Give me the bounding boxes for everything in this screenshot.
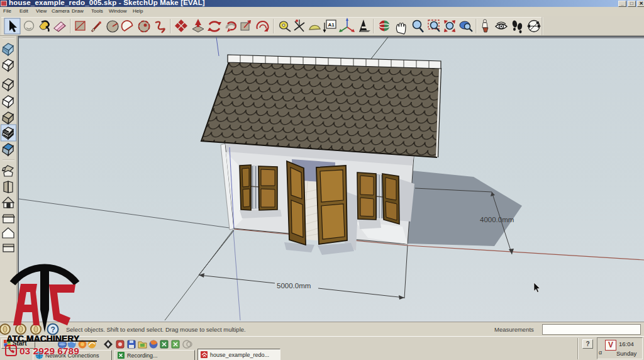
- svg-text:5000.0mm: 5000.0mm: [277, 282, 311, 290]
- svg-text:4000.0mm: 4000.0mm: [480, 216, 514, 223]
- svg-text:ATC MACHINERY: ATC MACHINERY: [7, 334, 80, 344]
- svg-text:03 2929 6789: 03 2929 6789: [19, 346, 79, 356]
- svg-text:A1: A1: [328, 22, 335, 28]
